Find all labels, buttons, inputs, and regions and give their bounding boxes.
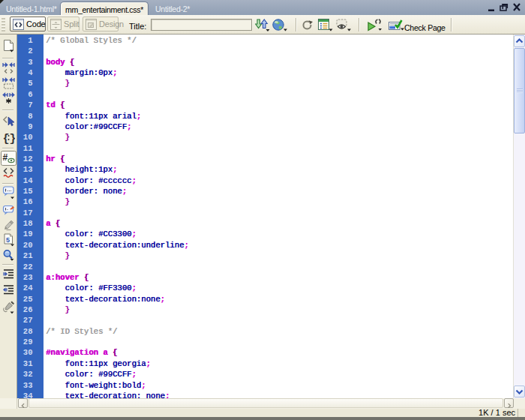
svg-text:{: { <box>3 133 10 145</box>
svg-text:}: } <box>10 133 16 145</box>
svg-text:#: # <box>3 152 8 163</box>
svg-text:5: 5 <box>6 236 10 244</box>
